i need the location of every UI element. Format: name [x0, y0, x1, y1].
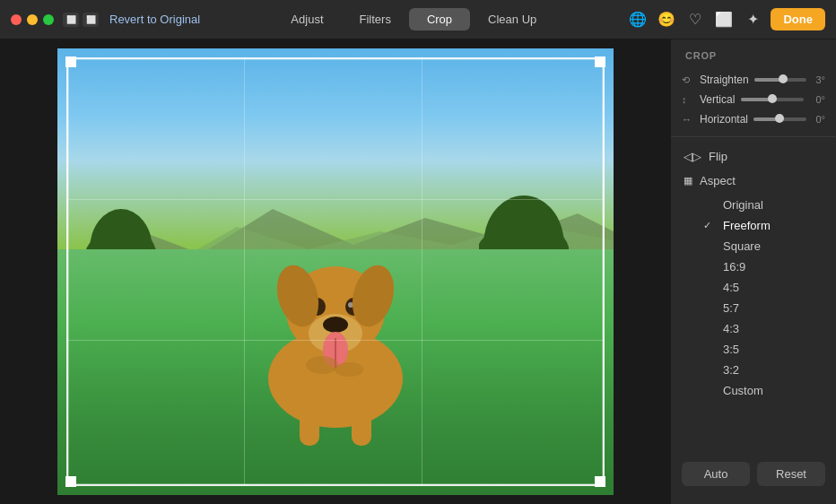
aspect-option-4-3-label: 4:3: [723, 322, 739, 335]
aspect-option-3-5-label: 3:5: [723, 343, 739, 356]
aspect-options: Original ✓ Freeform Square 16:9 4:5 5:7: [671, 193, 836, 403]
horizontal-value: 0°: [812, 114, 825, 125]
vertical-slider[interactable]: [741, 98, 804, 101]
view-toggle-button[interactable]: ⬜: [83, 13, 99, 27]
reset-button[interactable]: Reset: [757, 462, 825, 486]
svg-rect-23: [352, 410, 371, 446]
checkmark-freeform: ✓: [703, 220, 718, 231]
straighten-label: Straighten: [700, 74, 749, 86]
horizontal-label: Horizontal: [700, 113, 748, 126]
vertical-icon: ↕: [682, 94, 694, 105]
aspect-option-freeform-label: Freeform: [723, 219, 771, 232]
vertical-row[interactable]: ↕ Vertical 0°: [671, 90, 836, 109]
svg-point-13: [323, 317, 348, 333]
aspect-option-4-5-label: 4:5: [723, 281, 739, 294]
aspect-option-16-9[interactable]: 16:9: [671, 256, 836, 277]
aspect-option-original-label: Original: [723, 198, 763, 212]
aspect-option-freeform[interactable]: ✓ Freeform: [671, 215, 836, 236]
nav-tabs: Adjust Filters Crop Clean Up: [273, 8, 554, 30]
straighten-row[interactable]: ⟲ Straighten 3°: [671, 70, 836, 90]
aspect-option-3-5[interactable]: 3:5: [671, 339, 836, 360]
sidebar-toggle-button[interactable]: ⬜: [63, 13, 79, 27]
straighten-value: 3°: [812, 74, 825, 85]
panel-bottom: Auto Reset: [671, 451, 836, 493]
aspect-option-3-2[interactable]: 3:2: [671, 360, 836, 380]
aspect-option-4-5[interactable]: 4:5: [671, 277, 836, 298]
revert-button[interactable]: Revert to Original: [109, 13, 200, 26]
horizontal-icon: ↔: [682, 114, 694, 125]
tab-crop[interactable]: Crop: [409, 8, 470, 30]
heart-icon[interactable]: ♡: [684, 9, 706, 30]
straighten-icon: ⟲: [682, 74, 694, 86]
emoji-icon[interactable]: 😊: [656, 9, 677, 30]
horizontal-thumb[interactable]: [775, 114, 784, 123]
aspect-icon: ▦: [684, 175, 692, 187]
aspect-option-16-9-label: 16:9: [723, 260, 745, 274]
photo-background: [57, 48, 614, 495]
tab-filters[interactable]: Filters: [342, 8, 409, 30]
svg-point-25: [335, 362, 363, 377]
globe-icon[interactable]: 🌐: [627, 9, 649, 30]
right-panel: CROP ⟲ Straighten 3° ↕ Vertical 0° ↔ Hor…: [670, 39, 836, 504]
window-controls: ⬜ ⬜: [63, 13, 99, 27]
straighten-slider[interactable]: [754, 78, 806, 82]
aspect-option-square[interactable]: Square: [671, 236, 836, 256]
aspect-option-5-7[interactable]: 5:7: [671, 298, 836, 318]
flip-label: Flip: [709, 150, 727, 163]
aspect-option-original[interactable]: Original: [671, 195, 836, 215]
flip-icon: ◁▷: [684, 150, 701, 163]
flip-row[interactable]: ◁▷ Flip: [671, 144, 836, 169]
minimize-button[interactable]: [27, 14, 38, 25]
dog-subject: [237, 217, 434, 450]
divider-1: [671, 136, 836, 137]
right-controls: 🌐 😊 ♡ ⬜ ✦ Done: [627, 8, 825, 30]
tab-cleanup[interactable]: Clean Up: [470, 8, 554, 30]
aspect-option-5-7-label: 5:7: [723, 301, 739, 315]
photo-container: [57, 48, 614, 495]
aspect-option-4-3[interactable]: 4:3: [671, 318, 836, 339]
fullscreen-button[interactable]: [43, 14, 54, 25]
vertical-label: Vertical: [700, 93, 736, 106]
main-content: CROP ⟲ Straighten 3° ↕ Vertical 0° ↔ Hor…: [0, 39, 836, 504]
horizontal-row[interactable]: ↔ Horizontal 0°: [671, 109, 836, 129]
auto-button[interactable]: Auto: [682, 462, 750, 486]
aspect-option-square-label: Square: [723, 239, 761, 253]
tab-adjust[interactable]: Adjust: [273, 8, 341, 30]
straighten-thumb[interactable]: [779, 74, 788, 83]
vertical-thumb[interactable]: [768, 94, 777, 103]
aspect-option-custom-label: Custom: [723, 384, 763, 397]
svg-rect-22: [300, 410, 319, 446]
svg-point-24: [306, 356, 338, 374]
photo-area[interactable]: [0, 39, 670, 504]
aspect-option-3-2-label: 3:2: [723, 363, 739, 377]
panel-title: CROP: [671, 50, 836, 70]
traffic-lights: [11, 14, 54, 25]
tools-icon[interactable]: ✦: [742, 9, 763, 30]
close-button[interactable]: [11, 14, 22, 25]
aspect-label: Aspect: [700, 174, 736, 187]
horizontal-slider[interactable]: [753, 117, 806, 121]
aspect-row[interactable]: ▦ Aspect: [671, 169, 836, 193]
aspect-option-custom[interactable]: Custom: [671, 380, 836, 401]
crop-icon[interactable]: ⬜: [713, 9, 735, 30]
vertical-value: 0°: [809, 94, 825, 105]
done-button[interactable]: Done: [771, 8, 825, 30]
titlebar: ⬜ ⬜ Revert to Original Adjust Filters Cr…: [0, 0, 836, 39]
